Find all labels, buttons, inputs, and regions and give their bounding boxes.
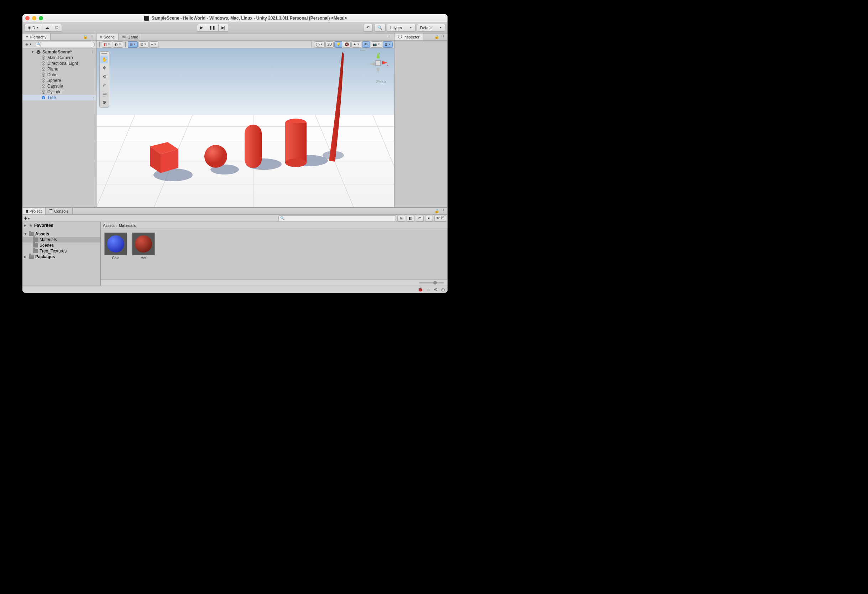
project-search[interactable] [278, 216, 396, 221]
debug-draw-dropdown[interactable]: ◯▼ [314, 41, 325, 48]
hierarchy-item[interactable]: Cylinder [22, 89, 96, 95]
hierarchy-item[interactable]: Directional Light [22, 61, 96, 66]
grid-icon: ⊞ [130, 42, 133, 46]
grid-toggle[interactable]: ⊞▼ [128, 41, 138, 48]
hidden-packages-toggle[interactable]: 👁 15 [434, 215, 446, 222]
search-by-label[interactable]: ◧ [407, 215, 415, 222]
gizmos-toggle[interactable]: ⊕▼ [383, 41, 393, 48]
material-asset[interactable]: Cold [104, 232, 127, 260]
scene-viewport[interactable]: ✋ ✥ ⟲ ⤢ ▭ ⊕ y x Persp [96, 49, 394, 207]
svg-point-20 [245, 151, 262, 168]
create-dropdown[interactable]: ✚▼ [24, 216, 30, 221]
favorites-row[interactable]: ▶★Favorites [22, 223, 100, 228]
orientation-gizmo[interactable]: y x [366, 50, 391, 75]
assets-row[interactable]: ▼Assets [22, 231, 100, 237]
lighting-toggle[interactable]: 💡 [334, 41, 342, 48]
context-menu-icon[interactable]: ⋮ [91, 50, 94, 54]
scale-icon: ⤢ [103, 83, 106, 87]
visibility-toggle[interactable]: 👁 [362, 41, 370, 48]
hierarchy-item[interactable]: Plane [22, 66, 96, 72]
drag-grip-icon[interactable] [102, 53, 107, 54]
progress-icon[interactable]: ◴ [441, 287, 445, 292]
lock-icon[interactable]: 🔒 [434, 209, 439, 213]
hierarchy-panel: ≡ Hierarchy 🔒 ⋮ ✚▼ 🔍 All ▼ [22, 34, 96, 207]
packages-row[interactable]: ▶Packages [22, 254, 100, 260]
breadcrumb-item[interactable]: Assets [103, 223, 115, 228]
folder-icon [29, 232, 34, 236]
rotate-tool-button[interactable]: ⟲ [100, 72, 108, 80]
cache-server-icon[interactable]: ⊗ [434, 287, 438, 292]
rect-tool-button[interactable]: ▭ [100, 90, 108, 98]
thumbnail-size-slider[interactable] [419, 282, 444, 284]
hierarchy-item-selected[interactable]: Tree› [22, 95, 96, 100]
inspector-panel: ⓘ Inspector 🔒 ⋮ [394, 34, 447, 207]
projection-label[interactable]: Persp [376, 80, 385, 84]
tab-scene[interactable]: ⌗ Scene [96, 34, 118, 40]
hierarchy-item[interactable]: Cube [22, 72, 96, 78]
workspace: ≡ Hierarchy 🔒 ⋮ ✚▼ 🔍 All ▼ [22, 34, 447, 207]
close-window-button[interactable] [25, 16, 30, 20]
svg-point-23 [285, 158, 307, 167]
lock-icon[interactable]: 🔒 [83, 34, 88, 39]
panel-menu-icon[interactable]: ⋮ [90, 34, 94, 39]
expand-arrow-icon[interactable]: ▼ [31, 50, 34, 54]
tab-project[interactable]: ▮ Project [22, 208, 46, 214]
favorite-filter[interactable]: ★ [425, 215, 433, 222]
scene-capsule[interactable] [242, 123, 264, 170]
panel-menu-icon[interactable]: ⋮ [441, 209, 446, 213]
account-button[interactable]: ◉ D ▼ [25, 24, 42, 32]
folder-row[interactable]: Scenes [22, 242, 100, 248]
services-button[interactable]: ⬡ [52, 24, 62, 32]
step-button[interactable]: ▶| [218, 24, 229, 32]
pause-button[interactable]: ❚❚ [206, 24, 218, 32]
minimize-window-button[interactable] [32, 16, 36, 20]
scale-tool-button[interactable]: ⤢ [100, 81, 108, 89]
layers-dropdown[interactable]: Layers▼ [387, 24, 415, 32]
tab-hierarchy[interactable]: ≡ Hierarchy [22, 34, 50, 40]
hierarchy-item[interactable]: Capsule [22, 83, 96, 89]
tab-console[interactable]: ☰ Console [46, 208, 72, 214]
snap-toggle[interactable]: ⊡▼ [139, 41, 149, 48]
hierarchy-search[interactable]: 🔍 All [35, 42, 95, 47]
save-search[interactable]: 🏷 [416, 215, 424, 222]
layout-dropdown[interactable]: Default▼ [417, 24, 446, 32]
skybox-toggle[interactable]: ◐▼ [113, 41, 123, 48]
play-button[interactable]: ▶ [197, 24, 206, 32]
scene-cube[interactable] [143, 136, 182, 175]
scene-tree[interactable] [323, 52, 347, 163]
auto-generate-lighting-icon[interactable]: ☼ [427, 287, 430, 292]
panel-menu-icon[interactable]: ⋮ [388, 34, 392, 39]
audio-toggle[interactable]: 🔇 [343, 41, 351, 48]
scene-sphere[interactable] [203, 144, 228, 169]
cloud-button[interactable]: ☁ [42, 24, 52, 32]
material-asset[interactable]: Hot [132, 232, 155, 260]
tab-game[interactable]: 👁 Game [118, 34, 142, 40]
lock-icon[interactable]: 🔒 [434, 34, 439, 39]
folder-row-selected[interactable]: Materials [22, 237, 100, 242]
2d-toggle[interactable]: 2D [325, 41, 334, 48]
chevron-right-icon[interactable]: › [93, 96, 94, 99]
hand-tool-button[interactable]: ✋ [100, 56, 108, 64]
debugger-icon[interactable]: 🐞 [418, 287, 423, 292]
panel-menu-icon[interactable]: ⋮ [441, 34, 446, 39]
camera-settings[interactable]: 📷▼ [371, 41, 382, 48]
undo-history-button[interactable]: ↶ [363, 24, 373, 32]
maximize-window-button[interactable] [39, 16, 43, 20]
hierarchy-item[interactable]: Main Camera [22, 55, 96, 61]
global-search-button[interactable]: 🔍 [374, 24, 385, 32]
increment-snap[interactable]: ┅▼ [149, 41, 158, 48]
scene-cylinder[interactable] [283, 118, 309, 168]
scene-root[interactable]: ▼ SampleScene* ⋮ [22, 49, 96, 55]
move-tool-button[interactable]: ✥ [100, 64, 108, 72]
create-dropdown[interactable]: ✚▼ [24, 41, 34, 48]
search-by-type[interactable]: ⎘ [397, 215, 405, 222]
window-title: SampleScene - HelloWorld - Windows, Mac,… [151, 16, 347, 21]
folder-row[interactable]: Tree_Textures [22, 248, 100, 254]
drag-grip-icon[interactable] [360, 50, 366, 51]
transform-tool-button[interactable]: ⊕ [100, 98, 108, 106]
tab-inspector[interactable]: ⓘ Inspector [394, 34, 423, 40]
fx-toggle[interactable]: ✦▼ [351, 41, 362, 48]
hierarchy-item[interactable]: Sphere [22, 78, 96, 83]
breadcrumb-item[interactable]: Materials [119, 223, 136, 228]
draw-mode-dropdown[interactable]: ◧▼ [102, 41, 112, 48]
